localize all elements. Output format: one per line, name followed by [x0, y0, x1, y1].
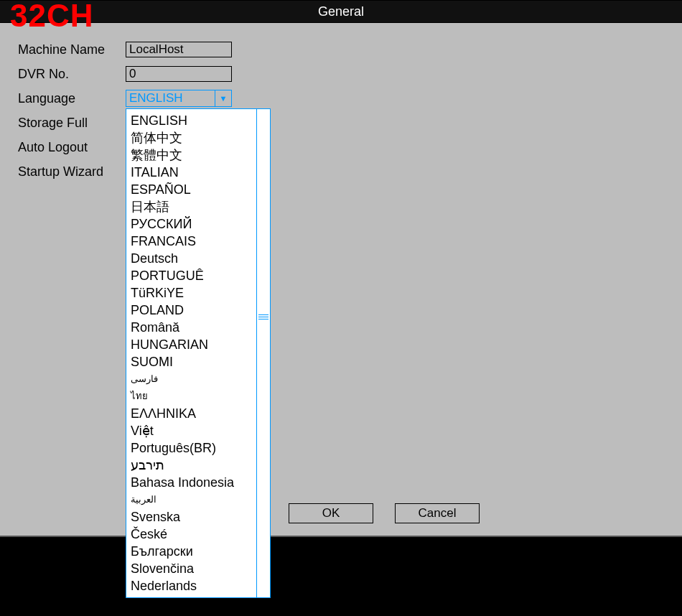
language-dropdown: ENGLISH简体中文繁體中文ITALIANESPAÑOL日本語РУССКИЙF… — [126, 108, 271, 598]
language-option[interactable]: ENGLISH — [128, 112, 255, 129]
machine-name-input[interactable] — [126, 42, 232, 57]
language-option[interactable]: فارسی — [128, 370, 255, 388]
language-option[interactable]: Bahasa Indonesia — [128, 474, 255, 491]
language-option[interactable]: ITALIAN — [128, 164, 255, 181]
language-option[interactable]: 日本語 — [128, 198, 255, 215]
language-option[interactable]: תירבע — [128, 457, 255, 474]
language-option[interactable]: Română — [128, 319, 255, 336]
language-option[interactable]: Nederlands — [128, 577, 255, 594]
language-option[interactable]: 繁體中文 — [128, 146, 255, 164]
language-option[interactable]: ESPAÑOL — [128, 181, 255, 198]
label-auto-logout: Auto Logout — [18, 140, 126, 155]
language-option[interactable]: České — [128, 526, 255, 543]
window-title: General — [0, 1, 682, 23]
language-option[interactable]: Slovenčina — [128, 560, 255, 577]
language-option[interactable]: Português(BR) — [128, 439, 255, 457]
language-select[interactable]: ENGLISH ▼ — [126, 90, 232, 107]
label-dvr-no: DVR No. — [18, 67, 126, 82]
row-language: Language ENGLISH ▼ — [18, 89, 232, 108]
dropdown-scrollbar[interactable] — [256, 109, 270, 597]
language-option[interactable]: TüRKiYE — [128, 284, 255, 302]
language-option[interactable]: SUOMI — [128, 353, 255, 370]
row-machine-name: Machine Name — [18, 40, 232, 59]
language-dropdown-list: ENGLISH简体中文繁體中文ITALIANESPAÑOL日本語РУССКИЙF… — [126, 109, 256, 597]
dialog-buttons: OK Cancel — [289, 503, 480, 523]
label-machine-name: Machine Name — [18, 42, 126, 57]
language-select-value: ENGLISH — [126, 90, 215, 106]
language-option[interactable]: Svenska — [128, 508, 255, 526]
scrollbar-grip-icon — [258, 312, 268, 322]
panel-divider — [0, 536, 682, 537]
language-option[interactable]: FRANCAIS — [128, 233, 255, 250]
language-option[interactable]: POLAND — [128, 302, 255, 319]
language-option[interactable]: Български — [128, 543, 255, 560]
language-option[interactable]: العربية — [128, 491, 255, 508]
language-option[interactable]: 简体中文 — [128, 129, 255, 146]
dvr-no-input[interactable] — [126, 66, 232, 82]
ok-button[interactable]: OK — [289, 503, 373, 523]
language-option[interactable]: PORTUGUÊ — [128, 267, 255, 284]
language-option[interactable]: Việt — [128, 422, 255, 439]
label-startup-wizard: Startup Wizard — [18, 164, 126, 179]
chevron-down-icon: ▼ — [215, 90, 231, 106]
language-option[interactable]: ไทย — [128, 388, 255, 405]
label-language: Language — [18, 91, 126, 106]
label-storage-full: Storage Full — [18, 116, 126, 131]
general-settings-panel: General 32CH Machine Name DVR No. Langua… — [0, 0, 682, 537]
row-dvr-no: DVR No. — [18, 65, 232, 83]
language-option[interactable]: HUNGARIAN — [128, 336, 255, 353]
language-option[interactable]: Deutsch — [128, 250, 255, 267]
language-option[interactable]: ΕΛΛΗΝΙΚΑ — [128, 405, 255, 422]
language-option[interactable]: РУССКИЙ — [128, 215, 255, 233]
cancel-button[interactable]: Cancel — [395, 503, 480, 523]
